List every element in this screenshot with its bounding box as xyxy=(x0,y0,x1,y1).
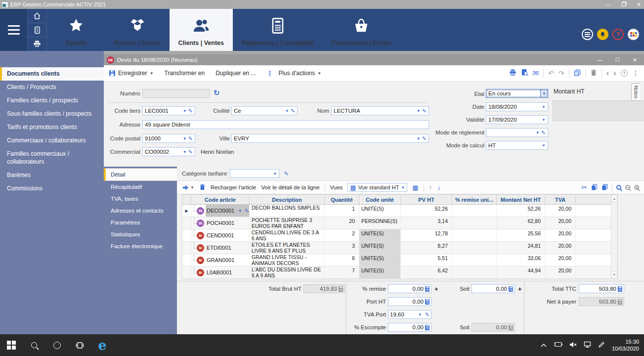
detail-tab-adresses-et-contacts[interactable]: Adresses et contacts xyxy=(104,205,177,217)
column-header[interactable]: Quantité xyxy=(325,195,359,205)
cell-code-unite[interactable]: PERSONNE(S) xyxy=(359,217,401,229)
address-book-icon[interactable] xyxy=(28,23,46,38)
cell-description[interactable]: CENDRILLON LIVRE DE 3 A 6 ANS xyxy=(250,229,325,242)
article-code[interactable]: POCH0001 xyxy=(206,217,249,229)
row-selector[interactable] xyxy=(182,229,191,242)
network-icon[interactable] xyxy=(584,341,591,349)
taskbar-search-icon[interactable] xyxy=(23,334,45,356)
sidebar-item-commissions[interactable]: Commissions xyxy=(0,182,104,195)
battery-icon[interactable] xyxy=(554,342,562,349)
notes-tab[interactable]: Notes xyxy=(631,83,640,101)
pen-icon[interactable] xyxy=(598,341,605,350)
cell-remise[interactable] xyxy=(452,242,497,254)
paste-icon[interactable] xyxy=(601,184,608,191)
column-header[interactable]: Code article xyxy=(191,195,250,205)
article-code[interactable]: DECO0001▼✎ xyxy=(206,205,249,217)
etat-field[interactable]: En cours▼ xyxy=(486,89,548,98)
table-row[interactable]: BIGRAN0001GRAND LIVRE TISSU - ANIMAUX DE… xyxy=(182,254,617,267)
nav-tab-fournisseurs-achats[interactable]: Fournisseurs | Achats xyxy=(323,9,400,51)
doc-more-icon[interactable]: ⋮ xyxy=(632,70,639,77)
remise-field[interactable]: 0,00 xyxy=(388,284,431,293)
table-row[interactable]: SEPOCH0001POCHETTE SURPRISE 3 EUROS PAR … xyxy=(182,217,617,229)
table-row[interactable]: BIETOI0001ETOILES ET PLANETES LIVRE 9 AN… xyxy=(182,242,617,254)
cell-pv-ht[interactable]: 3,14 xyxy=(401,217,452,229)
detail-tab-tva-taxes[interactable]: TVA, taxes xyxy=(104,193,177,205)
cell-pencil-icon[interactable]: ✎ xyxy=(245,208,249,213)
grid-scrollbar[interactable]: ▲▼ xyxy=(611,195,617,278)
cell-description[interactable]: DECOR BALLONS SIMPLES xyxy=(250,205,325,217)
column-header[interactable]: TVA xyxy=(545,195,576,205)
cell-code-article[interactable]: BICEND0001 xyxy=(191,229,250,242)
cell-description[interactable]: L'ABC DU DESSIN LIVRE DE 6 A 9 ANS xyxy=(250,267,325,279)
volume-muted-icon[interactable] xyxy=(569,342,577,349)
row-selector[interactable]: ▶ xyxy=(182,205,191,217)
ville-field[interactable]: EVRY▼✎ xyxy=(231,134,429,143)
move-up-icon[interactable]: ↑ xyxy=(429,183,432,191)
sidebar-item-familles-commerciaux-collaborateurs[interactable]: Familles commerciaux / collaborateurs xyxy=(0,147,104,169)
delete-icon[interactable] xyxy=(590,69,597,78)
cell-tva[interactable]: 20,00 xyxy=(545,267,576,279)
sidebar-item-commerciaux-collaborateurs[interactable]: Commerciaux / collaborateurs xyxy=(0,134,104,147)
view-settings-icon[interactable]: ▦ xyxy=(412,184,418,191)
escompte-field[interactable]: 0,00 xyxy=(388,323,431,332)
calculator-icon[interactable] xyxy=(509,286,513,292)
refresh-icon[interactable]: ↻ xyxy=(214,89,220,97)
print-icon[interactable] xyxy=(509,69,516,78)
detail-tab-d-tail[interactable]: Détail xyxy=(104,168,177,181)
doc-close-button[interactable]: ✕ xyxy=(633,55,637,64)
row-selector[interactable] xyxy=(182,254,191,267)
calculator-icon[interactable] xyxy=(618,286,622,292)
cell-tva[interactable]: 20,00 xyxy=(545,217,576,229)
cell-code-article[interactable]: BIL0AB0001 xyxy=(191,267,250,279)
cell-quantite[interactable]: 6 xyxy=(325,254,359,267)
mode-calcul-field[interactable]: HT▼ xyxy=(486,141,548,150)
tva-port-field[interactable]: 19,60▼✎ xyxy=(388,310,431,319)
more-actions-button[interactable]: ⋮ Plus d'actions▼ xyxy=(267,70,322,77)
article-code[interactable]: GRAN0001 xyxy=(206,254,249,266)
adresse-field[interactable]: 49 square Diderot xyxy=(142,120,429,129)
home-icon[interactable] xyxy=(28,9,46,23)
cell-code-unite[interactable]: UNITE(S) xyxy=(359,267,401,279)
nav-tab-favoris[interactable]: Favoris xyxy=(47,9,105,51)
calculator-icon[interactable] xyxy=(425,325,429,330)
port-ht-field[interactable]: 0,00 xyxy=(388,297,431,306)
calculator-icon[interactable] xyxy=(425,299,429,305)
copy-icon[interactable] xyxy=(591,184,598,191)
cell-code-unite[interactable]: UNITE(S) xyxy=(359,242,401,254)
edge-icon[interactable]: e xyxy=(91,334,114,356)
cell-tva[interactable]: 20,00 xyxy=(545,205,576,217)
soit-field[interactable]: 0,00 xyxy=(472,284,515,293)
duplicate-button[interactable]: Dupliquer en ... xyxy=(215,70,256,77)
detail-tab-facture-lectronique[interactable]: Facture électronique xyxy=(104,240,177,252)
cut-icon[interactable]: ✂ xyxy=(581,183,587,191)
sidebar-item-familles-clients-prospects[interactable]: Familles clients / prospects xyxy=(0,94,104,107)
line-detail-button[interactable]: Voir le détail de la ligne xyxy=(261,184,319,190)
cell-montant-net-ht[interactable]: 24,81 xyxy=(497,242,545,254)
next-icon[interactable]: › xyxy=(613,70,616,77)
sidebar-item-documents-clients[interactable]: Documents clients xyxy=(0,67,104,81)
cell-code-article[interactable]: BIGRAN0001 xyxy=(191,254,250,267)
cell-quantite[interactable]: 3 xyxy=(325,242,359,254)
cell-remise[interactable] xyxy=(452,205,497,217)
nav-tab-reglements-comptabilite[interactable]: Règlements | Comptabilité xyxy=(233,9,323,51)
cell-code-article[interactable]: SEPOCH0001 xyxy=(191,217,250,229)
table-row[interactable]: BICEND0001CENDRILLON LIVRE DE 3 A 6 ANS2… xyxy=(182,229,617,242)
cell-pv-ht[interactable]: 8,27 xyxy=(401,242,452,254)
numero-field[interactable] xyxy=(142,89,210,98)
delete-line-icon[interactable] xyxy=(199,184,206,191)
sidebar-item-sous-familles-clients-prospects[interactable]: Sous-familles clients / prospects xyxy=(0,107,104,121)
code-tiers-field[interactable]: LEC0001▼✎ xyxy=(142,106,195,115)
taskbar-clock[interactable]: 15:30 10/03/2020 xyxy=(612,338,639,352)
cell-quantite[interactable]: 2 xyxy=(325,229,359,242)
copy-document-icon[interactable] xyxy=(574,69,581,78)
nav-tab-produits-stocks[interactable]: Produits | Stocks xyxy=(105,9,170,51)
etat-dropdown-icon[interactable]: ▼ xyxy=(540,89,548,97)
cortana-icon[interactable] xyxy=(45,334,68,356)
table-row[interactable]: ▶SEDECO0001▼✎DECOR BALLONS SIMPLES1UNITE… xyxy=(182,205,617,217)
cell-quantite[interactable]: 1 xyxy=(325,205,359,217)
commercial-field[interactable]: CO00002▼✎ xyxy=(142,147,195,156)
cell-code-unite[interactable]: UNITE(S) xyxy=(359,229,401,242)
save-button[interactable]: Enregistrer▼ xyxy=(109,70,154,77)
previous-icon[interactable]: ‹ xyxy=(606,70,609,77)
total-ttc-field[interactable]: 503,80 xyxy=(579,284,624,293)
